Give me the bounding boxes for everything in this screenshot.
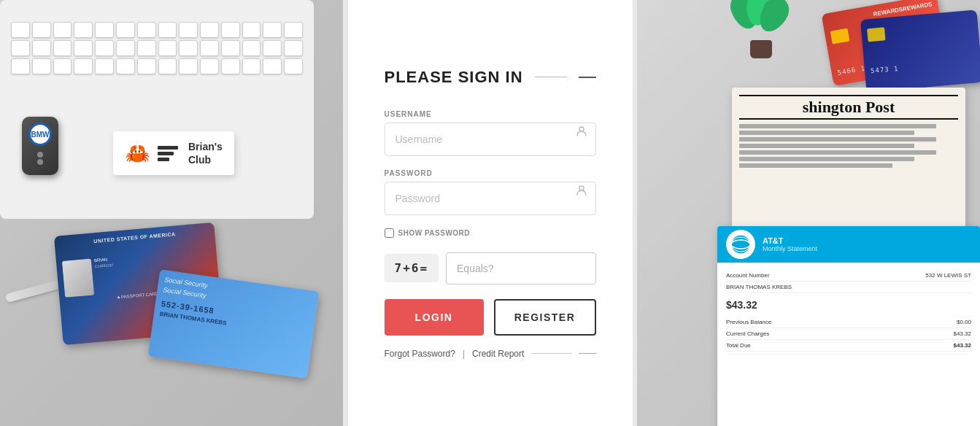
footer-dash <box>579 353 596 354</box>
svg-point-0 <box>731 235 750 254</box>
key <box>158 58 177 74</box>
credit-report-link[interactable]: Credit Report <box>472 349 524 359</box>
key <box>284 58 303 74</box>
username-icon <box>576 125 587 140</box>
show-password-label[interactable]: SHOW PASSWORD <box>398 229 471 237</box>
att-statement-title: AT&T Monthly Statement <box>763 236 817 252</box>
bg-right-panel: REWARDS 5466 1b62 5473 1 shington Post <box>637 0 980 426</box>
att-statement-decoration: AT&T Monthly Statement Account Number532… <box>717 226 980 426</box>
key <box>221 58 240 74</box>
footer-separator: | <box>463 349 465 359</box>
forgot-password-link[interactable]: Forgot Password? <box>385 349 455 359</box>
key <box>74 58 93 74</box>
news-line <box>739 150 936 155</box>
title-divider <box>535 77 567 77</box>
att-row: Previous Balance$0.00 <box>726 317 971 328</box>
key <box>179 22 198 38</box>
ssn-card: Social Security 552-39-1658 BRIAN THOMAS… <box>148 269 320 378</box>
key <box>53 40 72 56</box>
att-body: Account Number532 W LEWIS ST BRIAN THOMA… <box>717 263 980 359</box>
bar-2 <box>158 152 174 155</box>
key <box>95 40 114 56</box>
key <box>200 58 219 74</box>
news-line <box>739 163 892 168</box>
news-line <box>739 124 936 128</box>
att-row: Current Charges$43.32 <box>726 328 971 340</box>
key <box>242 22 261 38</box>
key <box>284 40 303 56</box>
bar-3 <box>158 158 169 161</box>
newspaper-title: shington Post <box>739 95 958 120</box>
captcha-row: 7+6= <box>385 252 596 284</box>
title-dash <box>579 77 596 78</box>
login-button[interactable]: LOGIN <box>385 299 484 336</box>
bg-left-panel: BMW BRIAN C14892187 <box>0 0 343 426</box>
newspaper-content <box>739 124 958 168</box>
key <box>158 22 177 38</box>
key <box>74 22 93 38</box>
key <box>242 58 261 74</box>
password-label: PASSWORD <box>385 169 596 177</box>
att-row: BRIAN THOMAS KREBS <box>726 282 971 293</box>
key <box>200 40 219 56</box>
key <box>179 58 198 74</box>
login-form-container: PLEASE SIGN IN USERNAME PASSWORD SHOW PA… <box>348 0 633 426</box>
news-line <box>739 144 914 148</box>
id-cards-area: BRIAN C14892187 Social Security 552-39-1… <box>58 207 336 411</box>
svg-point-3 <box>579 127 584 131</box>
key <box>221 40 240 56</box>
key <box>32 58 51 74</box>
key <box>200 22 219 38</box>
password-field-group: PASSWORD <box>385 169 596 215</box>
att-header: AT&T Monthly Statement <box>717 226 980 263</box>
att-logo <box>726 230 755 259</box>
key <box>11 58 30 74</box>
key <box>158 40 177 56</box>
bar-1 <box>158 146 178 150</box>
key <box>53 58 72 74</box>
key <box>95 22 114 38</box>
key-fob: BMW <box>22 117 58 175</box>
newspaper-decoration: shington Post <box>732 88 965 233</box>
key <box>221 22 240 38</box>
password-input[interactable] <box>385 182 596 215</box>
credit-card-blue: 5473 1 <box>860 9 980 93</box>
key <box>116 22 135 38</box>
credit-cards-decoration: REWARDS 5466 1b62 5473 1 <box>761 0 980 95</box>
att-amount: $43.32 <box>726 299 971 311</box>
username-field-group: USERNAME <box>385 110 596 156</box>
club-name-text: Brian's Club <box>188 140 223 166</box>
key <box>263 58 282 74</box>
footer-line <box>531 353 571 354</box>
att-row: Account Number532 W LEWIS ST <box>726 270 971 282</box>
captcha-expression: 7+6= <box>385 254 439 282</box>
key <box>11 40 30 56</box>
brians-club-logo: 🦀 Brian's Club <box>113 131 234 175</box>
action-buttons-row: LOGIN REGISTER <box>385 299 596 336</box>
key <box>137 40 156 56</box>
key <box>53 22 72 38</box>
key <box>11 22 30 38</box>
key <box>242 40 261 56</box>
news-line <box>739 137 936 142</box>
att-row: Total Due$43.32 <box>726 340 971 352</box>
show-password-checkbox[interactable] <box>385 228 394 238</box>
keyboard-keys <box>0 7 314 89</box>
register-button[interactable]: REGISTER <box>494 299 596 336</box>
news-line <box>739 157 914 161</box>
keyboard-decoration <box>0 0 314 219</box>
news-line <box>739 131 914 135</box>
captcha-input[interactable] <box>446 252 595 284</box>
key <box>32 40 51 56</box>
key <box>263 22 282 38</box>
key <box>116 40 135 56</box>
key <box>137 22 156 38</box>
club-bars <box>158 146 178 161</box>
page-title: PLEASE SIGN IN <box>385 68 523 87</box>
username-input[interactable] <box>385 123 596 156</box>
key <box>116 58 135 74</box>
crab-icon: 🦀 <box>125 142 150 166</box>
key <box>137 58 156 74</box>
show-password-row: SHOW PASSWORD <box>385 228 596 238</box>
footer-links-row: Forgot Password? | Credit Report <box>385 349 596 359</box>
